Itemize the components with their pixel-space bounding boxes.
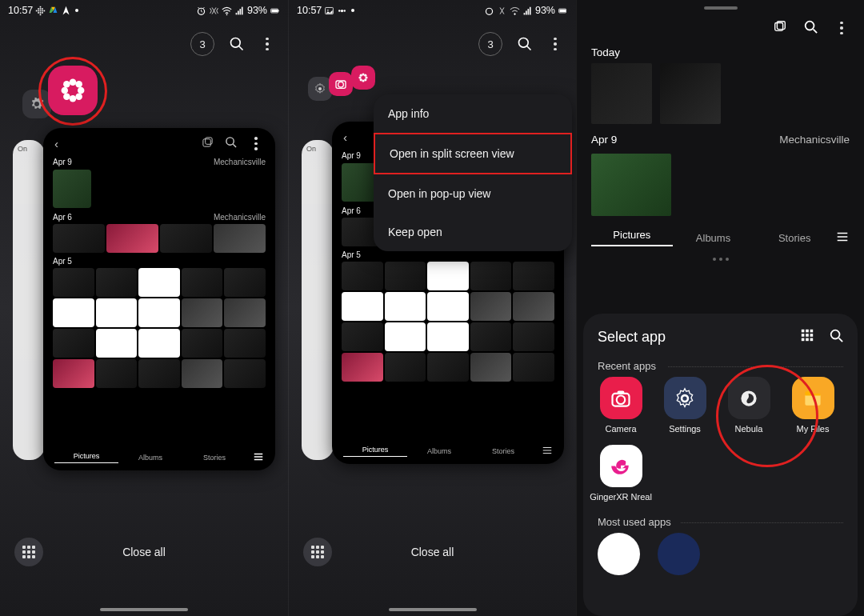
photo-thumb[interactable] <box>182 268 223 297</box>
search-icon[interactable] <box>229 36 245 52</box>
svg-point-48 <box>362 73 364 75</box>
svg-rect-1 <box>38 8 40 10</box>
tab-pictures[interactable]: Pictures <box>54 452 118 463</box>
photo-thumb[interactable] <box>96 298 138 327</box>
drag-handle[interactable] <box>704 6 738 10</box>
tab-albums[interactable]: Albums <box>673 232 754 244</box>
svg-rect-6 <box>40 10 42 11</box>
svg-rect-73 <box>618 390 625 394</box>
section-most-used: Most used apps <box>598 516 843 528</box>
fitbit-icon <box>35 6 46 16</box>
svg-point-29 <box>63 93 70 100</box>
alarm-icon <box>484 6 494 16</box>
photo-thumb[interactable] <box>138 268 180 297</box>
photo-thumb[interactable] <box>53 224 105 253</box>
app-unknown[interactable] <box>658 533 700 575</box>
photo-thumb[interactable] <box>224 298 266 327</box>
photo-thumb[interactable] <box>96 359 138 388</box>
photo-thumb[interactable] <box>214 224 266 253</box>
hamburger-icon[interactable] <box>835 230 850 246</box>
tab-count[interactable]: 3 <box>190 32 214 56</box>
svg-point-34 <box>226 138 234 145</box>
photo-thumb[interactable] <box>96 268 138 297</box>
gallery-app-icon[interactable] <box>351 66 375 90</box>
photo-thumb[interactable] <box>182 298 223 327</box>
svg-rect-66 <box>810 334 814 337</box>
photo-thumb[interactable] <box>96 329 138 358</box>
svg-rect-74 <box>805 394 820 405</box>
menu-split-screen[interactable]: Open in split screen view <box>374 133 572 174</box>
search-icon[interactable] <box>803 19 818 37</box>
tab-count[interactable]: 3 <box>478 32 502 56</box>
tab-pictures[interactable]: Pictures <box>591 229 673 246</box>
svg-point-39 <box>344 10 346 11</box>
more-icon[interactable] <box>547 38 563 51</box>
photo-thumb[interactable] <box>53 329 94 358</box>
app-settings[interactable]: Settings <box>662 377 708 434</box>
close-all-button[interactable]: Close all <box>289 546 576 558</box>
menu-app-info[interactable]: App info <box>374 94 572 133</box>
photo-thumb[interactable] <box>160 224 212 253</box>
gallery-app-icon[interactable] <box>48 66 98 115</box>
photo-thumb[interactable] <box>224 359 266 388</box>
search-icon[interactable] <box>829 328 843 346</box>
camera-app-icon[interactable] <box>329 72 353 96</box>
settings-app-icon-behind[interactable] <box>22 90 51 118</box>
svg-point-60 <box>806 22 814 30</box>
photo-thumb[interactable] <box>106 224 158 253</box>
svg-point-46 <box>338 82 344 87</box>
photo-thumb[interactable] <box>53 268 94 297</box>
photo-thumb[interactable] <box>53 170 91 208</box>
app-gingerxr[interactable]: GingerXR Nreal <box>598 445 644 502</box>
recents-card-behind[interactable]: On <box>13 140 45 460</box>
back-icon[interactable]: ‹ <box>54 137 58 150</box>
search-icon[interactable] <box>225 136 237 151</box>
photo-thumb[interactable] <box>138 298 180 327</box>
recents-card-gallery[interactable]: ‹ Apr 9Mechanicsville Apr 6Mechanicsvill… <box>43 128 275 470</box>
photo-thumb[interactable] <box>660 63 721 124</box>
svg-point-51 <box>365 76 367 78</box>
svg-point-54 <box>360 78 362 81</box>
menu-keep-open[interactable]: Keep open <box>374 213 572 251</box>
photo-thumb[interactable] <box>182 329 223 358</box>
photo-thumb[interactable] <box>224 329 266 358</box>
app-chrome[interactable] <box>598 533 640 575</box>
app-nebula[interactable]: Nebula <box>726 377 772 434</box>
svg-point-26 <box>78 87 85 94</box>
app-camera[interactable]: Camera <box>598 377 644 434</box>
menu-popup-view[interactable]: Open in pop-up view <box>374 174 572 213</box>
hamburger-icon[interactable] <box>253 451 264 464</box>
svg-rect-16 <box>238 10 239 14</box>
svg-point-22 <box>231 38 241 48</box>
more-icon[interactable] <box>834 22 850 35</box>
tab-stories[interactable]: Stories <box>182 454 246 462</box>
svg-point-36 <box>327 9 329 10</box>
search-icon[interactable] <box>517 36 533 52</box>
gesture-bar[interactable] <box>100 608 188 611</box>
more-icon[interactable] <box>248 137 264 150</box>
tab-stories[interactable]: Stories <box>754 232 835 244</box>
gesture-bar[interactable] <box>389 608 477 611</box>
photo-thumb[interactable] <box>224 268 266 297</box>
close-all-button[interactable]: Close all <box>0 546 288 558</box>
wifi-icon <box>222 6 232 16</box>
recents-card-behind[interactable]: On <box>302 140 334 460</box>
app-grid-icon[interactable] <box>800 328 814 346</box>
more-icon[interactable] <box>259 38 275 51</box>
photo-thumb[interactable] <box>53 298 94 327</box>
photo-thumb[interactable] <box>182 359 223 388</box>
photo-thumb[interactable] <box>591 154 671 216</box>
svg-rect-5 <box>38 10 40 11</box>
svg-point-23 <box>70 79 77 86</box>
photo-thumb[interactable] <box>53 359 94 388</box>
window-icon[interactable] <box>773 19 787 37</box>
svg-point-45 <box>318 87 322 90</box>
window-icon[interactable] <box>202 136 214 151</box>
photo-thumb[interactable] <box>591 63 652 124</box>
section-date: Apr 9 <box>591 134 617 146</box>
app-myfiles[interactable]: My Files <box>790 377 836 434</box>
photo-thumb[interactable] <box>138 329 180 358</box>
tab-albums[interactable]: Albums <box>118 454 182 462</box>
split-handle-dots[interactable] <box>577 254 864 264</box>
photo-thumb[interactable] <box>138 359 180 388</box>
